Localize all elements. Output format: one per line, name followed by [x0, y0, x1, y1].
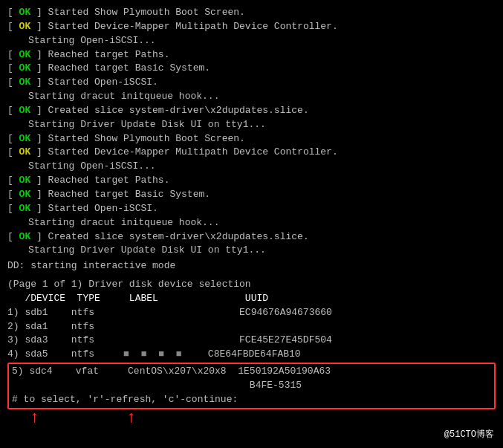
boot-line-9: Starting Driver Update Disk UI on tty1..…	[7, 118, 496, 132]
boot-line-8: [ OK ] Created slice system-driver\x2dup…	[7, 104, 496, 118]
arrow-right-icon: ↑	[126, 410, 136, 426]
table-row-2: 2) sda1 ntfs	[7, 320, 496, 334]
boot-line-6: [ OK ] Started Open-iSCSI.	[7, 76, 496, 90]
boot-line-17: [ OK ] Created slice system-driver\x2dup…	[7, 230, 496, 244]
page-header: (Page 1 of 1) Driver disk device selecti…	[7, 278, 496, 292]
red-box-highlight: 5) sdc4 vfat CentOS\x207\x20x8 1E50192A5…	[7, 363, 496, 409]
boot-line-7: Starting dracut initqueue hook...	[7, 90, 496, 104]
boot-line-11: [ OK ] Started Device-Mapper Multipath D…	[7, 146, 496, 160]
table-row-5: 5) sdc4 vfat CentOS\x207\x20x8 1E50192A5…	[12, 365, 491, 379]
boot-line-14: [ OK ] Reached target Basic System.	[7, 188, 496, 202]
boot-line-13: [ OK ] Reached target Paths.	[7, 174, 496, 188]
prompt-line[interactable]: # to select, 'r'-refresh, 'c'-continue:	[12, 393, 491, 407]
boot-line-16: Starting dracut initqueue hook...	[7, 216, 496, 230]
table-header: /DEVICE TYPE LABEL UUID	[7, 292, 496, 306]
watermark: @51CTO博客	[441, 428, 497, 442]
terminal-screen: [ OK ] Started Show Plymouth Boot Screen…	[0, 0, 503, 448]
table-row-3: 3) sda3 ntfs FCE45E27E45DF504	[7, 334, 496, 348]
boot-line-10: [ OK ] Started Show Plymouth Boot Screen…	[7, 132, 496, 146]
table-row-4: 4) sda5 ntfs ■ ■ ■ ■ C8E64FBDE64FAB10	[7, 348, 496, 362]
boot-line-15: [ OK ] Started Open-iSCSI.	[7, 202, 496, 216]
boot-line-2: [ OK ] Started Device-Mapper Multipath D…	[7, 20, 496, 34]
boot-line-5: [ OK ] Reached target Basic System.	[7, 62, 496, 76]
boot-line-12: Starting Open-iSCSI...	[7, 160, 496, 174]
boot-line-18: Starting Driver Update Disk UI on tty1..…	[7, 244, 496, 258]
boot-line-3: Starting Open-iSCSI...	[7, 34, 496, 48]
boot-line-1: [ OK ] Started Show Plymouth Boot Screen…	[7, 6, 496, 20]
table-row-5-cont: B4FE-5315	[12, 379, 491, 393]
arrow-left-icon: ↑	[30, 410, 39, 426]
boot-line-4: [ OK ] Reached target Paths.	[7, 48, 496, 62]
table-row-1: 1) sdb1 ntfs EC94676A94673660	[7, 306, 496, 320]
highlighted-section: 5) sdc4 vfat CentOS\x207\x20x8 1E50192A5…	[7, 362, 496, 410]
dd-interactive-mode: DD: starting interactive mode	[7, 259, 496, 273]
